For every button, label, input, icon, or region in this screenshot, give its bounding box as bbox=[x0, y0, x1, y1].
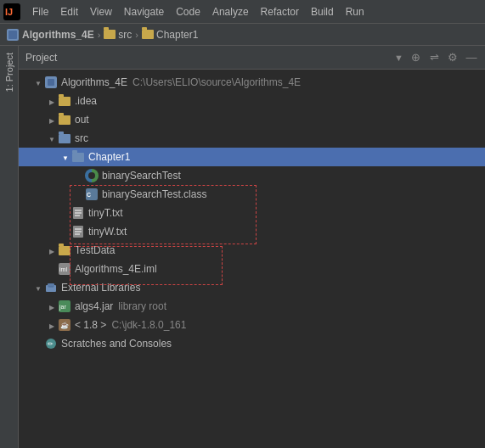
chapter1-arrow bbox=[59, 153, 71, 162]
breadcrumb-chapter-folder[interactable]: Chapter1 bbox=[142, 29, 198, 41]
ext-libs-label: External Libraries bbox=[61, 282, 140, 294]
tree-row-src[interactable]: src bbox=[19, 129, 485, 148]
algs4-label: algs4.jar bbox=[75, 300, 113, 312]
app-logo: IJ bbox=[3, 3, 20, 20]
scope-icon[interactable]: ⊕ bbox=[409, 51, 422, 64]
svg-text:jar: jar bbox=[59, 304, 66, 311]
svg-rect-15 bbox=[48, 283, 54, 287]
menu-edit[interactable]: Edit bbox=[55, 4, 83, 20]
src-label: src bbox=[75, 132, 88, 144]
project-toolbar: Project ▼ ⊕ ⇌ ⚙ — bbox=[19, 46, 485, 70]
algs4-arrow bbox=[46, 302, 58, 311]
main-area: 1: Project Project ▼ ⊕ ⇌ ⚙ — bbox=[0, 46, 485, 448]
layout-icon[interactable]: ⇌ bbox=[427, 51, 441, 64]
breadcrumb-sep1: › bbox=[98, 30, 101, 40]
out-folder-icon bbox=[58, 113, 71, 126]
tree-row-iml[interactable]: iml Algorithms_4E.iml bbox=[19, 260, 485, 278]
toolbar-dropdown-arrow[interactable]: ▼ bbox=[394, 53, 403, 63]
scratches-label: Scratches and Consoles bbox=[61, 338, 172, 350]
tree-row-testdata[interactable]: TestData bbox=[19, 241, 485, 260]
idea-folder-icon bbox=[58, 94, 71, 108]
project-tree: Algorithms_4E C:\Users\ELIO\source\Algor… bbox=[19, 70, 485, 356]
idea-label: .idea bbox=[75, 95, 97, 107]
project-panel-title: Project bbox=[25, 52, 389, 64]
module-icon bbox=[7, 29, 19, 41]
root-module-icon bbox=[44, 76, 58, 89]
menu-analyze[interactable]: Analyze bbox=[207, 4, 254, 20]
root-label: Algorithms_4E bbox=[61, 76, 127, 88]
svg-text:☕: ☕ bbox=[60, 321, 69, 329]
tinyt-label: tinyT.txt bbox=[88, 207, 123, 219]
src-folder-icon-tree bbox=[58, 132, 71, 145]
toolbar-icons: ⊕ ⇌ ⚙ — bbox=[409, 51, 478, 64]
menu-navigate[interactable]: Navigate bbox=[119, 4, 169, 20]
tree-row-jdk[interactable]: ☕ < 1.8 > C:\jdk-1.8.0_161 bbox=[19, 316, 485, 334]
svg-text:C: C bbox=[87, 192, 91, 198]
tree-row-algs4[interactable]: jar algs4.jar library root bbox=[19, 297, 485, 316]
tinyt-icon bbox=[71, 206, 85, 220]
tree-row-out[interactable]: out bbox=[19, 110, 485, 129]
side-tab[interactable]: 1: Project bbox=[0, 46, 19, 448]
src-arrow bbox=[46, 134, 58, 143]
settings-icon[interactable]: ⚙ bbox=[446, 51, 460, 64]
menu-code[interactable]: Code bbox=[171, 4, 206, 20]
tree-row-chapter1[interactable]: Chapter1 bbox=[19, 148, 485, 166]
tinyw-icon bbox=[71, 225, 85, 238]
side-tab-label[interactable]: 1: Project bbox=[3, 49, 16, 95]
jdk-icon: ☕ bbox=[58, 318, 71, 332]
menu-items: File Edit View Navigate Code Analyze Ref… bbox=[27, 4, 369, 20]
tree-row-tinyt[interactable]: tinyT.txt bbox=[19, 204, 485, 222]
algs4-sublabel: library root bbox=[118, 300, 166, 312]
tree-row-tinyw[interactable]: tinyW.txt bbox=[19, 222, 485, 241]
jdk-label: < 1.8 > bbox=[75, 319, 106, 331]
breadcrumb-sep2: › bbox=[135, 30, 138, 40]
out-arrow bbox=[46, 115, 58, 125]
project-tree-container: Algorithms_4E C:\Users\ELIO\source\Algor… bbox=[19, 70, 485, 356]
svg-text:IJ: IJ bbox=[5, 7, 13, 17]
chapter1-label: Chapter1 bbox=[88, 151, 130, 163]
binary-search-class-label: binarySearchTest.class bbox=[102, 188, 206, 200]
root-arrow bbox=[32, 78, 44, 87]
menu-build[interactable]: Build bbox=[306, 4, 339, 20]
tree-row-root[interactable]: Algorithms_4E C:\Users\ELIO\source\Algor… bbox=[19, 73, 485, 92]
ext-libs-arrow bbox=[32, 283, 44, 293]
menu-refactor[interactable]: Refactor bbox=[256, 4, 304, 20]
testdata-folder-icon bbox=[58, 244, 71, 257]
tree-row-idea[interactable]: .idea bbox=[19, 92, 485, 110]
breadcrumb-bar: Algorithms_4E › src › Chapter1 bbox=[0, 24, 485, 46]
src-folder-icon bbox=[104, 30, 116, 39]
breadcrumb-chapter: Chapter1 bbox=[156, 29, 198, 41]
out-label: out bbox=[75, 114, 89, 126]
scratches-icon: ✏ bbox=[44, 337, 58, 350]
root-path: C:\Users\ELIO\source\Algorithms_4E bbox=[133, 76, 301, 88]
ext-libs-icon bbox=[44, 281, 58, 294]
testdata-label: TestData bbox=[75, 244, 115, 256]
tree-row-binary-search[interactable]: binarySearchTest bbox=[19, 166, 485, 185]
iml-label: Algorithms_4E.iml bbox=[75, 263, 157, 275]
jdk-arrow bbox=[46, 321, 58, 330]
binary-search-label: binarySearchTest bbox=[102, 170, 181, 182]
chapter1-folder-icon bbox=[71, 150, 85, 164]
tree-row-scratches[interactable]: ✏ Scratches and Consoles bbox=[19, 334, 485, 353]
tree-row-binary-search-class[interactable]: C binarySearchTest.class bbox=[19, 185, 485, 204]
iml-icon: iml bbox=[58, 262, 71, 276]
menu-view[interactable]: View bbox=[85, 4, 117, 20]
idea-arrow bbox=[46, 97, 58, 106]
menu-run[interactable]: Run bbox=[341, 4, 369, 20]
minimize-icon[interactable]: — bbox=[465, 51, 478, 64]
breadcrumb-project[interactable]: Algorithms_4E bbox=[22, 29, 94, 41]
svg-text:iml: iml bbox=[59, 266, 67, 272]
chapter-folder-icon bbox=[142, 30, 154, 39]
project-panel: Project ▼ ⊕ ⇌ ⚙ — bbox=[19, 46, 485, 448]
breadcrumb-src: src bbox=[118, 29, 132, 41]
tree-row-ext-libs[interactable]: External Libraries bbox=[19, 278, 485, 297]
testdata-arrow bbox=[46, 246, 58, 255]
menu-bar: IJ File Edit View Navigate Code Analyze … bbox=[0, 0, 485, 24]
svg-text:✏: ✏ bbox=[48, 340, 54, 348]
breadcrumb-src-folder[interactable]: src bbox=[104, 29, 132, 41]
tinyw-label: tinyW.txt bbox=[88, 226, 127, 238]
menu-file[interactable]: File bbox=[27, 4, 54, 20]
binary-search-java-icon bbox=[85, 169, 99, 182]
algs4-jar-icon: jar bbox=[58, 300, 71, 313]
binary-search-class-icon: C bbox=[85, 188, 99, 201]
